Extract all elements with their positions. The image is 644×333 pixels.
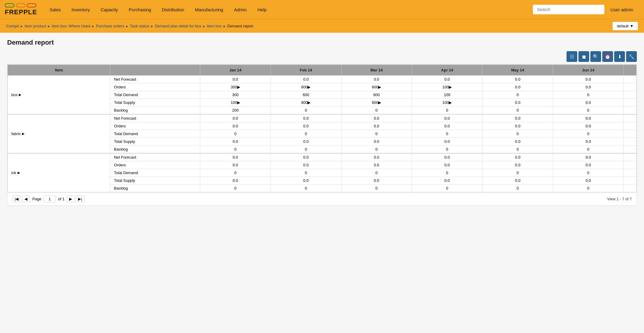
table-row: box ▶Net Forecast0.00.00.00.00.00.0 bbox=[8, 76, 637, 83]
cell-box-Orders-jun: 0.0 bbox=[553, 83, 624, 91]
item-cell-ink[interactable]: ink ▶ bbox=[8, 153, 110, 192]
cell-ink-Total_Supply-jan: 0.0 bbox=[200, 177, 271, 185]
scroll-space bbox=[623, 153, 636, 161]
table-wrapper[interactable]: Item Jan 14 Feb 14 Mar 14 Apr 14 May 14 … bbox=[7, 64, 637, 193]
cell-fabric-Net_Forecast-apr: 0.0 bbox=[412, 114, 482, 122]
col-header-item: Item bbox=[8, 65, 110, 76]
breadcrumb-item-product[interactable]: Item product bbox=[24, 24, 46, 28]
cell-ink-Orders-may: 0.0 bbox=[482, 161, 553, 169]
cell-ink-Backlog-mar: 0 bbox=[341, 185, 412, 192]
cell-box-Total_Demand-mar: 600 bbox=[341, 91, 412, 99]
cell-ink-Total_Supply-feb: 0.0 bbox=[271, 177, 341, 185]
clock-button[interactable]: ⏰ bbox=[602, 51, 613, 62]
breadcrumb-item-demandreport: Demand report bbox=[227, 24, 253, 28]
cell-fabric-Backlog-mar: 0 bbox=[341, 146, 412, 154]
next-page-button-2[interactable]: ▶| bbox=[76, 196, 84, 202]
col-header-may14: May 14 bbox=[482, 65, 553, 76]
cell-box-Orders-feb: 600▶ bbox=[271, 83, 341, 91]
breadcrumb-item-itembox[interactable]: Item box bbox=[207, 24, 222, 28]
scroll-space bbox=[623, 130, 636, 138]
of-label: of 1 bbox=[57, 197, 66, 201]
breadcrumb-item-taskstatus[interactable]: Task status bbox=[130, 24, 149, 28]
table-row: fabric ▶Net Forecast0.00.00.00.00.00.0 bbox=[8, 114, 637, 122]
metric-label: Net Forecast bbox=[110, 114, 200, 122]
user-admin-link[interactable]: User admin bbox=[604, 7, 639, 12]
cell-fabric-Total_Supply-jun: 0.0 bbox=[553, 138, 624, 146]
metric-label: Backlog bbox=[110, 146, 200, 154]
logo-text: FREPPLE bbox=[5, 8, 37, 16]
cell-fabric-Backlog-jan: 0 bbox=[200, 146, 271, 154]
logo-shape-green bbox=[5, 3, 14, 7]
breadcrumb-sep-6: ► bbox=[202, 24, 206, 28]
first-page-button[interactable]: |◀ bbox=[12, 196, 21, 202]
expand-arrow-icon: ▶ bbox=[19, 93, 21, 97]
search-input[interactable] bbox=[533, 5, 604, 14]
cell-box-Orders-may: 0.0 bbox=[482, 83, 553, 91]
cell-fabric-Total_Supply-may: 0.0 bbox=[482, 138, 553, 146]
cell-fabric-Orders-jan: 0.0 bbox=[200, 122, 271, 130]
nav-item-capacity[interactable]: Capacity bbox=[95, 0, 123, 19]
item-cell-fabric[interactable]: fabric ▶ bbox=[8, 114, 110, 153]
search-filter-button[interactable]: 🔍 bbox=[590, 51, 601, 62]
cell-box-Net_Forecast-jun: 0.0 bbox=[553, 76, 624, 83]
cell-box-Backlog-mar: 0 bbox=[341, 107, 412, 115]
cell-fabric-Backlog-may: 0 bbox=[482, 146, 553, 154]
metric-label: Total Supply bbox=[110, 138, 200, 146]
cell-fabric-Total_Demand-jun: 0 bbox=[553, 130, 624, 138]
cell-ink-Backlog-apr: 0 bbox=[412, 185, 482, 192]
logo-shapes bbox=[5, 3, 37, 7]
cell-box-Backlog-jan: 200 bbox=[200, 107, 271, 115]
scroll-space bbox=[623, 161, 636, 169]
default-dropdown-button[interactable]: default ▼ bbox=[612, 22, 638, 30]
cell-fabric-Net_Forecast-feb: 0.0 bbox=[271, 114, 341, 122]
cell-ink-Total_Supply-jun: 0.0 bbox=[553, 177, 624, 185]
cell-ink-Backlog-jan: 0 bbox=[200, 185, 271, 192]
cell-box-Total_Supply-jun: 0.0 bbox=[553, 99, 624, 107]
grid-view-button[interactable]: ☷ bbox=[567, 51, 577, 62]
demand-report-table: Item Jan 14 Feb 14 Mar 14 Apr 14 May 14 … bbox=[7, 65, 637, 192]
breadcrumb-sep-1: ► bbox=[20, 24, 23, 28]
cell-box-Total_Demand-jan: 300 bbox=[200, 91, 271, 99]
download-button[interactable]: ⬇ bbox=[614, 51, 625, 62]
logo-shape-orange bbox=[16, 3, 25, 7]
nav-item-help[interactable]: Help bbox=[252, 0, 272, 19]
nav-item-sales[interactable]: Sales bbox=[44, 0, 66, 19]
cell-fabric-Net_Forecast-may: 0.0 bbox=[482, 114, 553, 122]
cell-fabric-Net_Forecast-jun: 0.0 bbox=[553, 114, 624, 122]
nav-item-distribution[interactable]: Distribution bbox=[156, 0, 190, 19]
breadcrumb-item-demandplan[interactable]: Demand plan detail for box bbox=[155, 24, 201, 28]
expand-arrow-icon: ▶ bbox=[18, 171, 20, 175]
logo-shape-red bbox=[27, 3, 36, 7]
cell-box-Total_Supply-may: 0.0 bbox=[482, 99, 553, 107]
metric-label: Orders bbox=[110, 161, 200, 169]
scroll-space bbox=[623, 146, 636, 154]
wrench-icon: 🔧 bbox=[629, 54, 634, 60]
nav-item-manufacturing[interactable]: Manufacturing bbox=[190, 0, 229, 19]
cell-ink-Total_Supply-apr: 0.0 bbox=[412, 177, 482, 185]
next-page-button[interactable]: ▶ bbox=[67, 196, 75, 202]
cell-ink-Net_Forecast-apr: 0.0 bbox=[412, 153, 482, 161]
cell-box-Total_Demand-jun: 0 bbox=[553, 91, 624, 99]
cell-box-Orders-mar: 600▶ bbox=[341, 83, 412, 91]
item-cell-box[interactable]: box ▶ bbox=[8, 76, 110, 115]
cell-ink-Net_Forecast-feb: 0.0 bbox=[271, 153, 341, 161]
cell-box-Total_Demand-may: 0 bbox=[482, 91, 553, 99]
breadcrumb: Cockpit ► Item product ► Item box: Where… bbox=[0, 19, 644, 33]
cell-box-Net_Forecast-feb: 0.0 bbox=[271, 76, 341, 83]
breadcrumb-item-purchaseorders[interactable]: Purchase orders bbox=[96, 24, 124, 28]
nav-item-admin[interactable]: Admin bbox=[229, 0, 252, 19]
nav-item-purchasing[interactable]: Purchasing bbox=[123, 0, 156, 19]
settings-button[interactable]: 🔧 bbox=[626, 51, 637, 62]
page-number-input[interactable] bbox=[44, 196, 56, 202]
breadcrumb-item-whereused[interactable]: Item box: Where Used bbox=[52, 24, 90, 28]
clock-icon: ⏰ bbox=[605, 54, 611, 60]
breadcrumb-item-cockpit[interactable]: Cockpit bbox=[6, 24, 19, 28]
table-row: ink ▶Net Forecast0.00.00.00.00.00.0 bbox=[8, 153, 637, 161]
prev-page-button[interactable]: ◀ bbox=[22, 196, 30, 202]
image-view-button[interactable]: ◼ bbox=[578, 51, 589, 62]
scroll-space bbox=[623, 83, 636, 91]
scroll-space bbox=[623, 76, 636, 83]
nav-item-inventory[interactable]: Inventory bbox=[66, 0, 95, 19]
download-icon: ⬇ bbox=[618, 54, 622, 60]
cell-box-Backlog-jun: 0 bbox=[553, 107, 624, 115]
